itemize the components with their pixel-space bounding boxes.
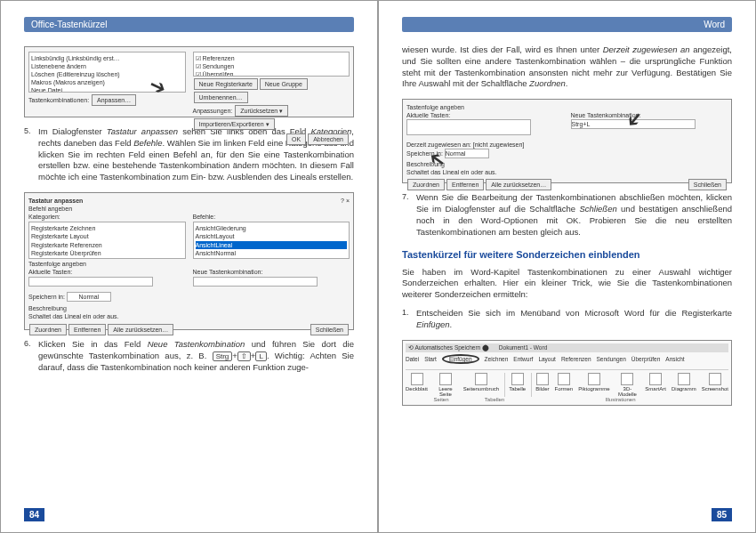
page-number-left: 84: [24, 508, 44, 521]
screenshot-word-ribbon: ⟲ Automatisches Speichern ⬤ Dokument1 - …: [402, 340, 732, 406]
step-7: Wenn Sie die Bearbeitung der Tastenkombi…: [416, 192, 732, 238]
page-right: Word wiesen wurde. Ist dies der Fall, wi…: [378, 0, 756, 533]
header-right: Word: [402, 17, 732, 32]
intro-para: Sie haben im Word-Kapitel Tastenkombinat…: [402, 267, 732, 301]
screenshot-assign-key: Tastenfolge angeben Aktuelle Tasten: Neu…: [402, 99, 732, 183]
step-1: Entscheiden Sie sich im Menüband von Mic…: [416, 308, 732, 331]
screenshot-keyboard-customize: Tastatur anpassen? × Befehl angeben Kate…: [24, 192, 354, 330]
section-heading: Tastenkürzel für weitere Sonderzeichen e…: [402, 249, 732, 260]
customize-button[interactable]: Anpassen…: [92, 94, 136, 106]
continuation-para: wiesen wurde. Ist dies der Fall, wird es…: [402, 44, 732, 90]
screenshot-options-dialog: Linksbündig (Linksbündig erst…Listeneben…: [24, 46, 354, 117]
step-6: Klicken Sie in das Feld Neue Tastenkombi…: [38, 339, 354, 373]
page-left: Office-Tastenkürzel Linksbündig (Linksbü…: [0, 0, 378, 533]
header-left: Office-Tastenkürzel: [24, 17, 354, 32]
page-number-right: 85: [712, 508, 732, 521]
